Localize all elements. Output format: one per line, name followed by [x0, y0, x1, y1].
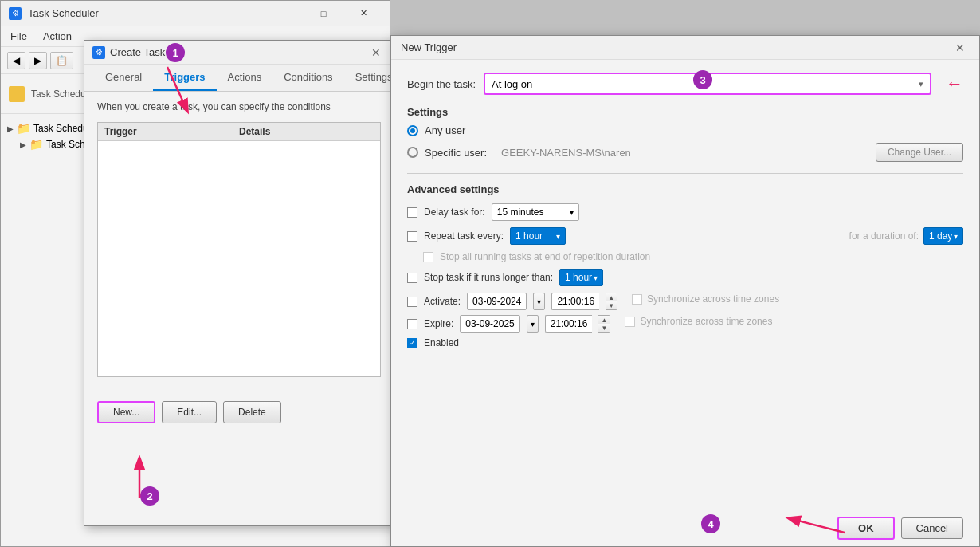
dialog-content: When you create a task, you can specify …	[84, 92, 394, 395]
dialog-buttons: New... Edit... Delete	[84, 395, 394, 430]
toolbar-forward[interactable]: ▶	[29, 52, 47, 69]
tab-triggers[interactable]: Triggers	[153, 65, 216, 91]
activate-time-up[interactable]: ▲	[606, 293, 617, 301]
stop-task-select[interactable]: 1 hour ▾	[559, 269, 603, 286]
change-user-button[interactable]: Change User...	[876, 143, 963, 162]
enabled-checkbox[interactable]: ✓	[407, 338, 417, 348]
create-task-close[interactable]: ✕	[367, 43, 386, 62]
any-user-row: Any user	[407, 124, 963, 136]
tab-actions[interactable]: Actions	[217, 65, 273, 91]
cancel-button[interactable]: Cancel	[901, 517, 963, 539]
begin-task-value: At log on	[492, 78, 532, 90]
activate-time-input[interactable]: 21:00:16	[551, 293, 599, 310]
stop-all-row: Stop all running tasks at end of repetit…	[423, 251, 963, 262]
expire-calendar-button[interactable]: ▾	[527, 315, 539, 333]
specific-user-row: Specific user: GEEKY-NARENS-MS\naren Cha…	[407, 143, 963, 162]
expire-date-input[interactable]: 03-09-2025	[460, 315, 519, 333]
activate-date-input[interactable]: 03-09-2024	[467, 293, 527, 310]
delay-task-select[interactable]: 15 minutes ▾	[492, 203, 579, 221]
any-user-radio[interactable]	[407, 125, 418, 136]
ok-button[interactable]: OK	[837, 517, 895, 540]
repeat-task-dropdown-icon: ▾	[556, 232, 560, 241]
activate-row: Activate: 03-09-2024 ▾ 21:00:16 ▲ ▼ Sync…	[407, 293, 963, 310]
trigger-col-header: Trigger	[104, 126, 239, 137]
delay-task-row: Delay task for: 15 minutes ▾	[407, 203, 963, 221]
activate-sync-row: Synchronize across time zones	[632, 293, 779, 305]
activate-label: Activate:	[424, 296, 461, 307]
repeat-task-select[interactable]: 1 hour ▾	[510, 227, 566, 245]
specific-user-radio[interactable]	[407, 147, 418, 158]
activate-calendar-button[interactable]: ▾	[533, 293, 545, 310]
expire-checkbox[interactable]	[407, 319, 417, 329]
minimize-button[interactable]: ─	[265, 1, 302, 26]
menu-action[interactable]: Action	[40, 29, 75, 44]
new-trigger-titlebar: New Trigger ✕	[391, 36, 979, 60]
task-scheduler-titlebar: ⚙ Task Scheduler ─ □ ✕	[1, 1, 390, 26]
advanced-settings-title: Advanced settings	[407, 183, 963, 195]
tree-library-arrow-icon: ▶	[20, 140, 26, 149]
any-user-label: Any user	[425, 124, 465, 136]
new-trigger-dialog: New Trigger ✕ Begin the task: At log on …	[390, 35, 980, 547]
activate-sync-checkbox[interactable]	[632, 294, 642, 305]
stop-task-value: 1 hour	[565, 272, 592, 283]
repeat-task-checkbox[interactable]	[407, 231, 417, 242]
create-task-dialog: ⚙ Create Task ✕ General Triggers Actions…	[84, 40, 394, 526]
begin-task-row: Begin the task: At log on ▾ ←	[407, 73, 963, 95]
delay-task-label: Delay task for:	[424, 207, 485, 218]
duration-dropdown-icon: ▾	[954, 232, 958, 241]
stop-task-label: Stop task if it runs longer than:	[424, 272, 553, 283]
activate-time-spinner[interactable]: ▲ ▼	[606, 293, 617, 310]
activate-time-down[interactable]: ▼	[606, 301, 617, 309]
step-4-circle: 4	[701, 514, 720, 533]
tab-general[interactable]: General	[94, 65, 153, 91]
details-col-header: Details	[239, 126, 374, 137]
toolbar-up[interactable]: 📋	[50, 52, 73, 69]
new-trigger-close[interactable]: ✕	[951, 38, 970, 57]
toolbar-back[interactable]: ◀	[7, 52, 25, 69]
delete-trigger-button[interactable]: Delete	[223, 401, 281, 423]
duration-row: for a duration of: 1 day ▾	[849, 227, 963, 245]
step-2-circle: 2	[140, 486, 159, 506]
tab-conditions[interactable]: Conditions	[272, 65, 343, 91]
expire-label: Expire:	[424, 318, 453, 329]
expire-row: Expire: 03-09-2025 ▾ 21:00:16 ▲ ▼ Synchr…	[407, 315, 963, 333]
repeat-task-label: Repeat task every:	[424, 230, 504, 242]
maximize-button[interactable]: □	[305, 1, 342, 26]
divider	[407, 173, 963, 174]
activate-sync-label: Synchronize across time zones	[647, 293, 779, 305]
expire-time-spinner[interactable]: ▲ ▼	[598, 315, 610, 333]
specific-user-label: Specific user:	[425, 147, 487, 159]
tab-bar: General Triggers Actions Conditions Sett…	[84, 65, 394, 92]
edit-trigger-button[interactable]: Edit...	[162, 401, 217, 423]
enabled-label: Enabled	[424, 337, 459, 348]
app-title: Task Scheduler	[28, 7, 259, 19]
duration-select[interactable]: 1 day ▾	[923, 227, 963, 245]
new-trigger-button[interactable]: New...	[97, 401, 155, 423]
expire-time-up[interactable]: ▲	[598, 316, 610, 324]
trigger-table: Trigger Details	[97, 122, 381, 377]
expire-sync-checkbox[interactable]	[625, 317, 635, 327]
stop-all-label: Stop all running tasks at end of repetit…	[440, 251, 650, 262]
trigger-table-header: Trigger Details	[98, 123, 380, 141]
new-trigger-footer: OK Cancel	[391, 510, 979, 546]
settings-section: Settings Any user Specific user: GEEKY-N…	[407, 106, 963, 162]
stop-task-checkbox[interactable]	[407, 273, 417, 283]
expire-time-input[interactable]: 21:00:16	[545, 315, 593, 333]
app-icon: ⚙	[9, 7, 22, 20]
close-button[interactable]: ✕	[345, 1, 382, 26]
duration-label: for a duration of:	[849, 230, 919, 242]
dialog-description: When you create a task, you can specify …	[97, 101, 381, 112]
menu-file[interactable]: File	[7, 29, 30, 44]
stop-all-checkbox[interactable]	[423, 252, 433, 262]
expire-time-down[interactable]: ▼	[598, 324, 610, 332]
expire-sync-row: Synchronize across time zones	[625, 316, 772, 327]
step-3-circle: 3	[693, 70, 712, 89]
activate-checkbox[interactable]	[407, 297, 417, 307]
expire-date-value: 03-09-2025	[465, 318, 514, 329]
activate-date-value: 03-09-2024	[472, 296, 521, 307]
delay-task-checkbox[interactable]	[407, 207, 417, 218]
begin-task-dropdown-icon: ▾	[919, 79, 923, 89]
expire-time-value: 21:00:16	[551, 318, 588, 329]
new-trigger-title: New Trigger	[401, 41, 944, 53]
nav-folder-icon	[9, 86, 25, 102]
